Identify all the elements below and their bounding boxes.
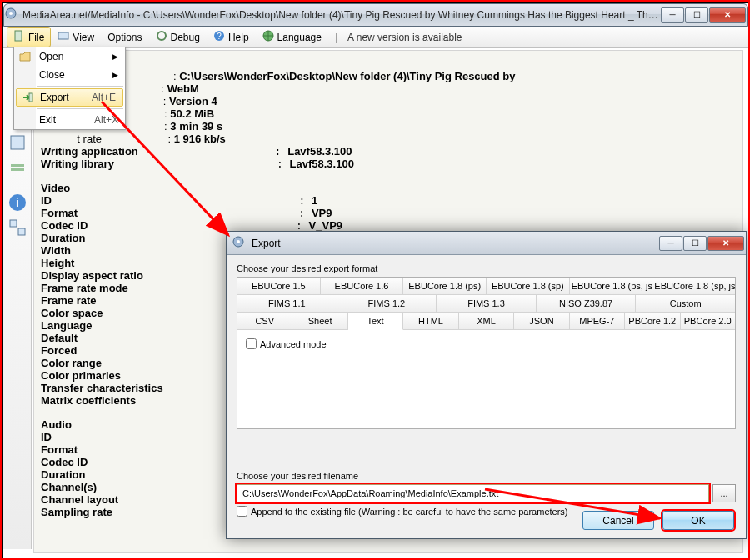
format-tab[interactable]: PBCore 2.0 xyxy=(681,312,735,330)
format-tab[interactable]: MPEG-7 xyxy=(570,312,625,330)
dialog-minimize-button[interactable]: ─ xyxy=(659,236,682,251)
titlebar: MediaArea.net/MediaInfo - C:\Users\Wonde… xyxy=(3,3,748,27)
menubar: File View Options Debug ? Help Language … xyxy=(3,27,748,48)
format-tab[interactable]: Sheet xyxy=(292,312,348,330)
svg-rect-8 xyxy=(29,93,32,102)
menu-close-label: Close xyxy=(39,69,65,81)
open-icon xyxy=(18,50,32,63)
menu-file[interactable]: File xyxy=(7,27,51,48)
globe-icon xyxy=(262,30,274,44)
svg-point-1 xyxy=(9,12,12,15)
svg-rect-10 xyxy=(11,164,24,167)
dialog-close-button[interactable]: ✕ xyxy=(708,236,744,251)
separator xyxy=(38,86,123,87)
menu-help[interactable]: ? Help xyxy=(207,27,256,48)
format-tab[interactable]: FIMS 1.2 xyxy=(338,295,438,312)
filename-group-label: Choose your desired filename xyxy=(237,471,736,481)
svg-point-4 xyxy=(158,32,166,40)
format-tab[interactable]: EBUCore 1.8 (ps) xyxy=(403,278,487,295)
update-notice[interactable]: A new version is available xyxy=(348,32,462,43)
minimize-button[interactable]: ─ xyxy=(661,8,684,22)
sidebar-tool-icon[interactable] xyxy=(8,158,28,178)
separator xyxy=(38,108,123,109)
cancel-button[interactable]: Cancel xyxy=(582,511,654,530)
format-tab[interactable]: NISO Z39.87 xyxy=(537,295,637,312)
export-icon xyxy=(21,91,34,104)
submenu-arrow-icon: ▶ xyxy=(112,52,118,61)
format-tab[interactable]: EBUCore 1.8 (ps, json) xyxy=(570,278,653,295)
menu-export-label: Export xyxy=(40,92,69,103)
dialog-maximize-button[interactable]: ☐ xyxy=(683,236,707,251)
menu-open[interactable]: Open ▶ xyxy=(14,48,125,66)
submenu-arrow-icon: ▶ xyxy=(112,71,118,79)
menu-language[interactable]: Language xyxy=(256,27,328,48)
browse-button[interactable]: ... xyxy=(712,484,736,502)
menu-view-label: View xyxy=(72,32,94,43)
format-tab[interactable]: XML xyxy=(459,312,514,330)
format-tab[interactable]: CSV xyxy=(238,312,292,330)
window-controls: ─ ☐ ✕ xyxy=(660,8,746,22)
dialog-title: Export xyxy=(252,238,658,249)
format-tab[interactable]: EBUCore 1.8 (sp, json) xyxy=(652,278,735,295)
app-icon xyxy=(4,7,18,23)
file-icon xyxy=(13,30,25,44)
sidebar-tool-icon[interactable] xyxy=(8,218,28,238)
advanced-mode-input[interactable] xyxy=(246,338,257,349)
menu-options[interactable]: Options xyxy=(101,28,148,47)
export-dialog: Export ─ ☐ ✕ Choose your desired export … xyxy=(226,231,747,539)
menu-close[interactable]: Close ▶ xyxy=(14,66,125,84)
format-tab[interactable]: HTML xyxy=(403,312,458,330)
menu-debug-label: Debug xyxy=(171,32,200,43)
menu-help-label: Help xyxy=(228,32,249,43)
app-icon xyxy=(232,235,245,252)
format-tab[interactable]: EBUCore 1.5 xyxy=(238,278,321,295)
menu-view[interactable]: View xyxy=(51,27,101,48)
svg-rect-15 xyxy=(18,228,25,235)
advanced-mode-label: Advanced mode xyxy=(260,339,327,349)
format-tabs: EBUCore 1.5EBUCore 1.6EBUCore 1.8 (ps)EB… xyxy=(237,277,736,429)
append-checkbox[interactable] xyxy=(237,506,248,517)
advanced-mode-checkbox[interactable]: Advanced mode xyxy=(246,338,727,349)
close-button[interactable]: ✕ xyxy=(709,8,746,22)
menu-language-label: Language xyxy=(278,32,322,43)
file-dropdown: Open ▶ Close ▶ Export Alt+E Exit Alt+X xyxy=(13,47,126,130)
ok-button[interactable]: OK xyxy=(662,511,734,530)
maximize-button[interactable]: ☐ xyxy=(685,8,708,22)
format-tab[interactable]: Text xyxy=(348,312,403,330)
menu-exit-label: Exit xyxy=(39,114,56,126)
exit-shortcut: Alt+X xyxy=(94,114,118,126)
append-label: Append to the existing file (Warning : b… xyxy=(251,507,568,517)
format-tab[interactable]: JSON xyxy=(514,312,569,330)
svg-point-17 xyxy=(237,240,240,243)
format-tab[interactable]: PBCore 1.2 xyxy=(625,312,680,330)
format-tab[interactable]: EBUCore 1.6 xyxy=(321,278,404,295)
format-tab[interactable]: FIMS 1.3 xyxy=(437,295,537,312)
help-icon: ? xyxy=(213,30,225,44)
filename-input[interactable] xyxy=(237,484,709,502)
tab-panel: Advanced mode xyxy=(238,330,735,428)
info-icon[interactable]: i xyxy=(8,192,28,212)
format-tab[interactable]: EBUCore 1.8 (sp) xyxy=(487,278,570,295)
format-tab[interactable]: Custom xyxy=(636,295,735,312)
svg-rect-9 xyxy=(11,136,24,149)
debug-icon xyxy=(156,30,168,44)
export-shortcut: Alt+E xyxy=(92,92,116,103)
svg-rect-2 xyxy=(15,31,22,41)
sidebar-tool-icon[interactable] xyxy=(8,132,28,152)
svg-rect-3 xyxy=(58,32,68,39)
menu-open-label: Open xyxy=(39,51,63,62)
menu-file-label: File xyxy=(28,32,44,43)
format-group-label: Choose your desired export format xyxy=(237,263,736,273)
format-tab[interactable]: FIMS 1.1 xyxy=(238,295,338,312)
window-title: MediaArea.net/MediaInfo - C:\Users\Wonde… xyxy=(22,9,660,21)
svg-text:?: ? xyxy=(217,32,222,41)
menu-options-label: Options xyxy=(108,32,142,43)
svg-text:i: i xyxy=(16,196,19,209)
svg-rect-11 xyxy=(11,168,24,171)
dialog-titlebar: Export ─ ☐ ✕ xyxy=(227,232,746,255)
menu-export[interactable]: Export Alt+E xyxy=(16,88,123,107)
svg-rect-14 xyxy=(10,220,17,227)
menu-debug[interactable]: Debug xyxy=(149,27,207,48)
view-icon xyxy=(58,30,69,44)
menu-exit[interactable]: Exit Alt+X xyxy=(14,111,125,129)
